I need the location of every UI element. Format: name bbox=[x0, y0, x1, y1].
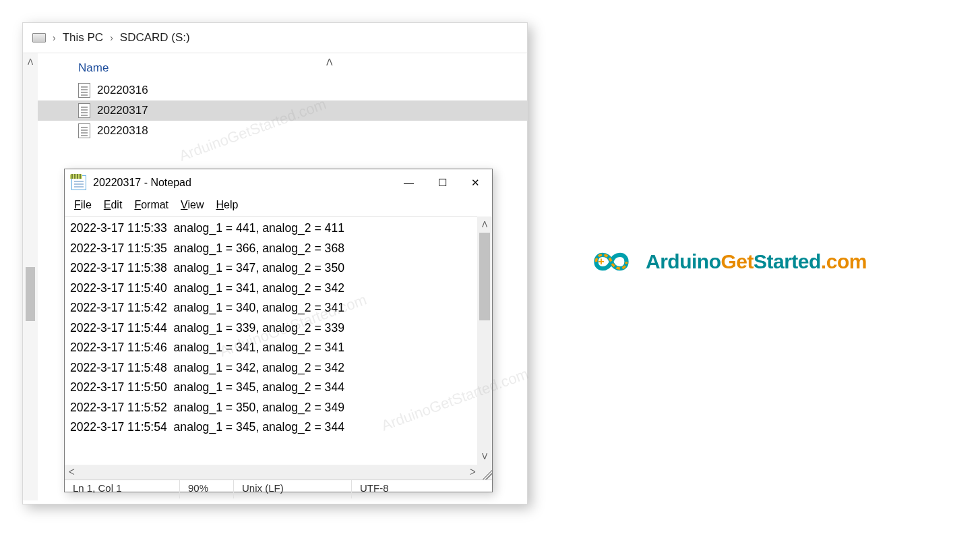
logo-text: ArduinoGetStarted.com bbox=[646, 250, 867, 273]
brand-logo: + ArduinoGetStarted.com bbox=[581, 241, 867, 282]
column-header-name[interactable]: Name bbox=[38, 53, 527, 80]
scroll-up-icon[interactable]: ᐱ bbox=[28, 57, 33, 67]
drive-icon bbox=[32, 33, 46, 42]
menu-help[interactable]: Help bbox=[216, 199, 238, 211]
file-name: 20220316 bbox=[97, 84, 148, 97]
window-title: 20220317 - Notepad bbox=[93, 177, 191, 189]
status-encoding: UTF-8 bbox=[351, 480, 492, 498]
breadcrumb[interactable]: › This PC › SDCARD (S:) bbox=[23, 23, 527, 53]
file-name: 20220317 bbox=[97, 104, 148, 117]
breadcrumb-item[interactable]: This PC bbox=[63, 31, 103, 45]
menubar: File Edit Format View Help bbox=[65, 196, 492, 216]
titlebar[interactable]: 20220317 - Notepad ― ☐ ✕ bbox=[65, 169, 492, 196]
maximize-button[interactable]: ☐ bbox=[438, 177, 447, 189]
file-item[interactable]: 20220316 bbox=[38, 80, 527, 100]
scroll-up-icon[interactable]: ᐱ bbox=[482, 216, 487, 233]
file-item[interactable]: 20220317 bbox=[38, 100, 527, 121]
menu-edit[interactable]: Edit bbox=[104, 199, 123, 211]
infinity-logo-icon: + bbox=[581, 241, 642, 282]
scroll-thumb[interactable] bbox=[26, 267, 35, 321]
chevron-right-icon: › bbox=[53, 32, 56, 43]
chevron-up-icon[interactable]: ᐱ bbox=[326, 57, 333, 67]
status-zoom: 90% bbox=[179, 480, 233, 498]
file-name: 20220318 bbox=[97, 124, 148, 138]
status-position: Ln 1, Col 1 bbox=[65, 480, 179, 498]
text-area[interactable]: 2022-3-17 11:5:33 analog_1 = 441, analog… bbox=[65, 216, 477, 465]
file-item[interactable]: 20220318 bbox=[38, 121, 527, 141]
file-icon bbox=[78, 83, 90, 98]
vertical-scrollbar[interactable]: ᐱ ᐯ bbox=[477, 216, 492, 465]
vertical-scrollbar[interactable]: ᐱ bbox=[23, 53, 38, 500]
file-icon bbox=[78, 123, 90, 138]
svg-text:+: + bbox=[598, 255, 604, 267]
notepad-icon bbox=[71, 175, 86, 190]
menu-view[interactable]: View bbox=[181, 199, 204, 211]
statusbar: Ln 1, Col 1 90% Unix (LF) UTF-8 bbox=[65, 480, 492, 498]
notepad-window: 20220317 - Notepad ― ☐ ✕ File Edit Forma… bbox=[64, 169, 493, 492]
horizontal-scrollbar[interactable]: ᐸ ᐳ bbox=[65, 465, 492, 480]
scroll-thumb[interactable] bbox=[479, 233, 490, 320]
chevron-right-icon: › bbox=[110, 32, 113, 43]
status-line-ending: Unix (LF) bbox=[233, 480, 351, 498]
scroll-left-icon[interactable]: ᐸ bbox=[65, 467, 79, 477]
file-icon bbox=[78, 103, 90, 118]
scroll-right-icon[interactable]: ᐳ bbox=[466, 467, 480, 477]
menu-format[interactable]: Format bbox=[134, 199, 169, 211]
menu-file[interactable]: File bbox=[74, 199, 92, 211]
close-button[interactable]: ✕ bbox=[471, 177, 480, 189]
breadcrumb-item[interactable]: SDCARD (S:) bbox=[120, 31, 190, 45]
resize-grip-icon[interactable] bbox=[480, 467, 492, 480]
minimize-button[interactable]: ― bbox=[404, 177, 414, 189]
scroll-down-icon[interactable]: ᐯ bbox=[482, 449, 487, 465]
